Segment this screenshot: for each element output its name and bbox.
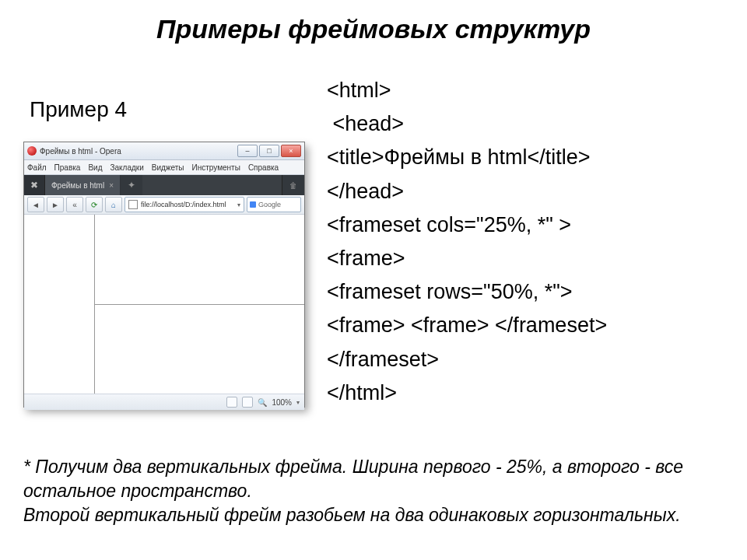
code-line: <frame> <frame> </frameset> <box>327 313 607 337</box>
slide: Примеры фреймовых структур Пример 4 Фрей… <box>0 0 747 560</box>
url-text: file://localhost/D:/index.html <box>141 201 226 208</box>
tab-close-icon[interactable]: × <box>109 181 114 190</box>
zoom-dropdown-icon[interactable]: ▾ <box>296 399 300 406</box>
menu-file[interactable]: Файл <box>27 163 47 172</box>
window-title: Фреймы в html - Opera <box>40 147 234 156</box>
zoom-icon[interactable]: 🔍 <box>258 398 267 407</box>
code-line: <frameset rows="50%, *"> <box>327 280 573 303</box>
browser-tab[interactable]: Фреймы в html × <box>45 175 121 195</box>
code-line: <title>Фреймы в html</title> <box>327 145 591 169</box>
window-buttons: – □ × <box>237 145 301 157</box>
code-line: <frame> <box>327 247 405 270</box>
titlebar: Фреймы в html - Opera – □ × <box>24 142 304 160</box>
search-input[interactable]: Google <box>247 197 301 212</box>
footnote-line-1: * Получим два вертикальных фрейма. Ширин… <box>23 455 708 503</box>
frame-left <box>24 215 95 394</box>
frame-right-bottom <box>95 305 304 394</box>
chevron-down-icon[interactable]: ▾ <box>237 201 240 208</box>
code-line: <head> <box>327 112 404 135</box>
new-tab-button[interactable]: ✦ <box>121 175 142 195</box>
menu-bookmarks[interactable]: Закладки <box>110 163 143 172</box>
google-icon <box>250 201 256 208</box>
search-placeholder: Google <box>258 201 281 208</box>
closed-tabs-icon[interactable]: 🗑 <box>282 175 304 195</box>
panel-toggle-icon[interactable]: ✖ <box>24 175 45 195</box>
code-line: </frameset> <box>327 348 439 371</box>
menu-tools[interactable]: Инструменты <box>192 163 240 172</box>
menubar: Файл Правка Вид Закладки Виджеты Инструм… <box>24 160 304 175</box>
minimize-button[interactable]: – <box>237 145 258 157</box>
footnote-line-2: Второй вертикальный фрейм разобьем на дв… <box>23 503 708 527</box>
opera-icon <box>27 146 37 156</box>
tab-label: Фреймы в html <box>51 181 104 190</box>
fit-width-icon[interactable] <box>226 397 237 408</box>
file-icon <box>128 200 138 209</box>
maximize-button[interactable]: □ <box>259 145 279 157</box>
frame-right-container <box>95 215 304 394</box>
code-listing: <html> <head> <title>Фреймы в html</titl… <box>327 74 731 410</box>
menu-edit[interactable]: Правка <box>54 163 81 172</box>
footnote: * Получим два вертикальных фрейма. Ширин… <box>23 455 708 527</box>
tabstrip: ✖ Фреймы в html × ✦ 🗑 <box>24 175 304 195</box>
statusbar: 🔍 100% ▾ <box>24 394 304 410</box>
frame-right-top <box>95 215 304 305</box>
code-line: <html> <box>327 79 391 102</box>
browser-window: Фреймы в html - Opera – □ × Файл Правка … <box>23 142 305 408</box>
menu-widgets[interactable]: Виджеты <box>152 163 184 172</box>
rewind-button[interactable]: « <box>66 197 83 212</box>
menu-help[interactable]: Справка <box>248 163 279 172</box>
code-line: </html> <box>327 381 397 404</box>
frameset-preview <box>24 215 304 394</box>
page-title: Примеры фреймовых структур <box>0 14 747 44</box>
code-line: </head> <box>327 180 404 203</box>
menu-view[interactable]: Вид <box>88 163 102 172</box>
forward-button[interactable]: ► <box>47 197 64 212</box>
zoom-value: 100% <box>272 398 292 407</box>
code-line: <frameset cols="25%, *" > <box>327 213 571 236</box>
back-button[interactable]: ◄ <box>27 197 44 212</box>
close-button[interactable]: × <box>281 145 301 157</box>
home-button[interactable]: ⌂ <box>105 197 122 212</box>
navbar: ◄ ► « ⟳ ⌂ file://localhost/D:/index.html… <box>24 195 304 215</box>
example-label: Пример 4 <box>30 97 127 122</box>
image-mode-icon[interactable] <box>242 397 253 408</box>
reload-button[interactable]: ⟳ <box>86 197 103 212</box>
url-input[interactable]: file://localhost/D:/index.html ▾ <box>124 197 244 212</box>
